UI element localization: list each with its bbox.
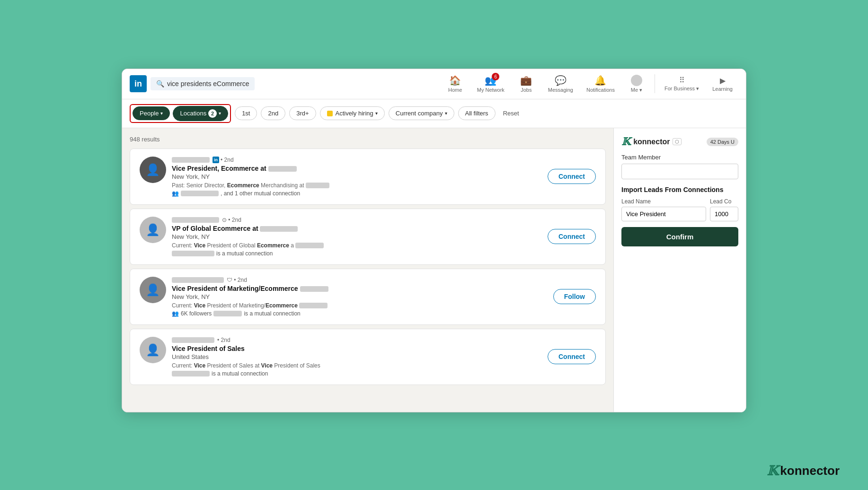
search-icon: 🔍 [156, 80, 164, 88]
person-name-row-2: ⊙ • 2nd [172, 217, 542, 223]
connect-btn-4[interactable]: Connect [548, 349, 596, 364]
degree-2-label: 2nd [268, 110, 278, 117]
reset-btn[interactable]: Reset [499, 107, 523, 120]
konnector-name: konnector [633, 138, 670, 146]
mutual-name-blurred-2 [172, 251, 214, 256]
follow-btn-3[interactable]: Follow [553, 289, 596, 304]
company-blurred-3 [300, 286, 328, 292]
lead-count-group: Lead Co [710, 198, 738, 221]
nav-item-learning[interactable]: ▶ Learning [707, 74, 738, 94]
konnector-header: 𝕂 konnector ⬡ 42 Days U [621, 136, 738, 148]
result-card-3: 👤 🛡 • 2nd Vice President of Marketing/Ec… [130, 269, 606, 325]
person-location-1: New York, NY [172, 173, 542, 180]
person-name-blurred-1 [172, 157, 210, 163]
people-filter-label: People [140, 110, 159, 117]
konnector-k-logo: 𝕂 [621, 136, 630, 148]
person-name-blurred-2 [172, 217, 219, 223]
nav-item-messaging[interactable]: 💬 Messaging [542, 73, 579, 95]
avatar-4: 👤 [140, 337, 166, 363]
degree-2-btn[interactable]: 2nd [261, 106, 285, 120]
actively-hiring-label: Actively hiring [336, 110, 373, 117]
lead-name-group: Lead Name [621, 198, 706, 221]
person-info-2: ⊙ • 2nd VP of Global Ecommerce at New Yo… [172, 217, 542, 257]
degree-1-label: 1st [242, 110, 250, 117]
connect-btn-2[interactable]: Connect [548, 229, 596, 244]
linkedin-mini-icon-1: in [213, 157, 219, 163]
messaging-label: Messaging [548, 87, 573, 93]
import-leads-title: Import Leads From Connections [621, 186, 738, 193]
learning-icon: ▶ [720, 76, 726, 85]
nav-item-home[interactable]: 🏠 Home [441, 73, 469, 95]
confirm-button[interactable]: Confirm [621, 227, 738, 246]
learning-label: Learning [712, 86, 733, 92]
locations-chevron-icon: ▾ [219, 111, 221, 116]
my-network-badge: 6 [492, 73, 499, 80]
mutual-name-blurred-1 [181, 191, 219, 196]
konnector-days-badge: 42 Days U [707, 138, 738, 146]
lead-count-input[interactable] [710, 207, 738, 221]
person-info-4: • 2nd Vice President of Sales United Sta… [172, 337, 542, 377]
filter-highlight-group: People ▾ Locations 2 ▾ [130, 104, 231, 123]
person-location-4: United States [172, 353, 542, 360]
for-business-icon: ⠿ [679, 76, 685, 85]
bottom-k-logo: 𝕂 [767, 463, 778, 479]
lead-count-label: Lead Co [710, 198, 738, 205]
degree-3-label: 3rd+ [296, 110, 309, 117]
actively-hiring-chevron-icon: ▾ [375, 111, 378, 116]
nav-item-notifications[interactable]: 🔔 Notifications [581, 73, 620, 95]
company-past-blurred-1 [306, 183, 329, 188]
degree-badge-1: in • 2nd [213, 157, 234, 163]
person-name-blurred-3 [172, 277, 224, 283]
nav-item-me[interactable]: Me ▾ [622, 73, 651, 95]
team-member-input[interactable] [621, 164, 738, 179]
jobs-icon: 💼 [520, 75, 532, 86]
followers-icon-3: 👥 [172, 310, 179, 317]
home-icon: 🏠 [449, 75, 461, 86]
actively-hiring-btn[interactable]: Actively hiring ▾ [320, 106, 385, 120]
nav-item-for-business[interactable]: ⠿ For Business ▾ [659, 74, 705, 94]
filter-bar: People ▾ Locations 2 ▾ 1st 2nd 3rd+ Acti… [122, 99, 746, 128]
person-info-1: in • 2nd Vice President, Ecommerce at Ne… [172, 157, 542, 197]
konnector-ext-icon: ⬡ [673, 138, 682, 145]
my-network-label: My Network [477, 87, 505, 93]
result-card-4: 👤 • 2nd Vice President of Sales United S… [130, 329, 606, 385]
mutual-icon-1: 👥 [172, 190, 179, 197]
connect-btn-1[interactable]: Connect [548, 169, 596, 184]
konnector-panel: 𝕂 konnector ⬡ 42 Days U Team Member Impo… [613, 128, 746, 412]
mutual-name-blurred-3 [213, 311, 242, 316]
lead-name-input[interactable] [621, 207, 706, 221]
person-title-4: Vice President of Sales [172, 345, 542, 352]
konnector-logo-row: 𝕂 konnector ⬡ [621, 136, 682, 148]
degree-1-btn[interactable]: 1st [235, 106, 257, 120]
current-company-btn[interactable]: Current company ▾ [389, 106, 454, 120]
person-title-3: Vice President of Marketing/Ecommerce [172, 285, 548, 292]
home-label: Home [448, 87, 462, 93]
me-avatar [631, 75, 642, 86]
degree-3-btn[interactable]: 3rd+ [289, 106, 316, 120]
actively-hiring-dot [327, 111, 333, 116]
messaging-icon: 💬 [555, 75, 567, 86]
nav-divider [655, 74, 655, 93]
search-bar[interactable]: 🔍 [151, 77, 255, 90]
linkedin-logo: in [130, 75, 147, 92]
locations-filter-btn[interactable]: Locations 2 ▾ [173, 106, 228, 121]
search-input[interactable] [167, 80, 249, 88]
nav-item-my-network[interactable]: 👥 6 My Network [471, 73, 510, 95]
people-filter-btn[interactable]: People ▾ [133, 106, 170, 120]
my-network-icon: 👥 6 [485, 75, 496, 86]
notifications-label: Notifications [586, 87, 615, 93]
person-name-row-3: 🛡 • 2nd [172, 277, 548, 283]
all-filters-btn[interactable]: All filters [458, 106, 496, 120]
degree-badge-3: 🛡 • 2nd [227, 277, 247, 283]
person-past-3: Current: Vice President of Marketing/Eco… [172, 302, 548, 309]
for-business-label: For Business ▾ [664, 86, 699, 92]
person-title-1: Vice President, Ecommerce at [172, 165, 542, 172]
locations-count-badge: 2 [208, 109, 217, 118]
company-past-blurred-2 [295, 243, 324, 248]
mutual-name-blurred-4 [172, 371, 210, 376]
nav-item-jobs[interactable]: 💼 Jobs [512, 73, 540, 95]
person-name-row-4: • 2nd [172, 337, 542, 343]
notifications-icon: 🔔 [594, 75, 606, 86]
all-filters-label: All filters [465, 110, 488, 117]
team-member-label: Team Member [621, 154, 738, 161]
